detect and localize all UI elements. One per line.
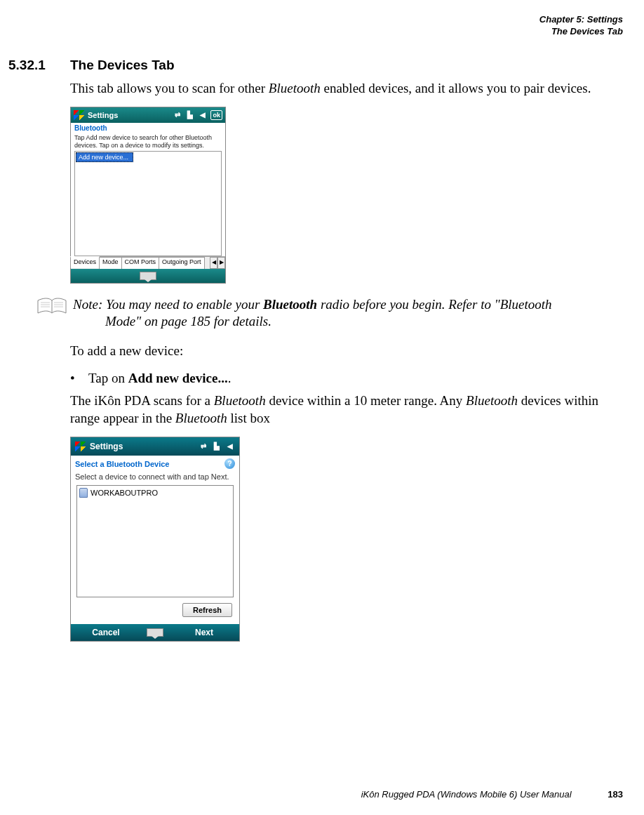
page-footer: iKôn Rugged PDA (Windows Mobile 6) User … bbox=[361, 789, 623, 800]
device-item[interactable]: WORKABOUTPRO bbox=[79, 488, 231, 498]
bullet-item: •Tap on Add new device.... bbox=[70, 369, 623, 388]
tab-devices[interactable]: Devices bbox=[70, 256, 100, 268]
page-number: 183 bbox=[608, 789, 623, 800]
scroll-right-icon[interactable]: ▶ bbox=[217, 257, 225, 269]
cancel-button[interactable]: Cancel bbox=[71, 628, 141, 637]
add-device-intro: To add a new device: bbox=[70, 343, 623, 360]
next-button[interactable]: Next bbox=[169, 628, 239, 637]
intro-paragraph: This tab allows you to scan for other Bl… bbox=[70, 80, 623, 98]
titlebar: Settings ⇄ ▙ ◀ bbox=[71, 437, 239, 456]
volume-icon[interactable]: ◀ bbox=[225, 442, 235, 451]
tabs-row: Devices Mode COM Ports Outgoing Port ◀▶ bbox=[71, 256, 225, 269]
signal-icon[interactable]: ▙ bbox=[212, 442, 222, 451]
window-title: Settings bbox=[90, 442, 123, 451]
header-section: The Devices Tab bbox=[8, 26, 623, 38]
keyboard-icon[interactable] bbox=[140, 272, 156, 280]
scan-paragraph: The iKôn PDA scans for a Bluetooth devic… bbox=[70, 392, 623, 427]
device-listbox[interactable]: Add new device... bbox=[74, 151, 222, 256]
book-icon bbox=[36, 296, 67, 319]
device-label: WORKABOUTPRO bbox=[90, 489, 158, 497]
ok-button[interactable]: ok bbox=[210, 110, 222, 120]
panel-title: Bluetooth bbox=[71, 123, 225, 133]
tab-mode[interactable]: Mode bbox=[99, 257, 122, 269]
device-icon bbox=[79, 488, 88, 498]
panel-title: Select a Bluetooth Device bbox=[75, 460, 170, 468]
bottom-bar: Cancel Next bbox=[71, 624, 239, 641]
device-listbox[interactable]: WORKABOUTPRO bbox=[76, 485, 234, 597]
volume-icon[interactable]: ◀ bbox=[198, 110, 208, 120]
signal-icon[interactable]: ▙ bbox=[185, 110, 195, 120]
footer-text: iKôn Rugged PDA (Windows Mobile 6) User … bbox=[361, 789, 572, 800]
start-flag-icon[interactable] bbox=[75, 442, 86, 451]
help-icon[interactable]: ? bbox=[224, 458, 235, 469]
add-new-device-item[interactable]: Add new device... bbox=[76, 152, 133, 162]
running-header: Chapter 5: Settings The Devices Tab bbox=[8, 14, 623, 38]
scroll-left-icon[interactable]: ◀ bbox=[210, 257, 217, 269]
note-text: Note: You may need to enable your Blueto… bbox=[73, 296, 623, 330]
connectivity-icon[interactable]: ⇄ bbox=[173, 110, 182, 120]
section-number: 5.32.1 bbox=[8, 58, 70, 73]
keyboard-icon[interactable] bbox=[147, 628, 163, 637]
header-chapter: Chapter 5: Settings bbox=[8, 14, 623, 26]
start-flag-icon[interactable] bbox=[74, 110, 85, 120]
connectivity-icon[interactable]: ⇄ bbox=[199, 442, 208, 451]
bottom-bar bbox=[71, 269, 225, 283]
bullet-marker: • bbox=[70, 369, 88, 388]
tab-scroll[interactable]: ◀▶ bbox=[210, 257, 225, 269]
screenshot-select-device: Settings ⇄ ▙ ◀ Select a Bluetooth Device… bbox=[70, 437, 240, 642]
instruction-text: Select a device to connect with and tap … bbox=[71, 472, 239, 485]
tab-outgoing-port[interactable]: Outgoing Port bbox=[159, 257, 205, 269]
titlebar: Settings ⇄ ▙ ◀ ok bbox=[71, 107, 225, 123]
tab-com-ports[interactable]: COM Ports bbox=[121, 257, 160, 269]
section-title: The Devices Tab bbox=[70, 58, 175, 73]
screenshot-bluetooth-devices: Settings ⇄ ▙ ◀ ok Bluetooth Tap Add new … bbox=[70, 107, 226, 284]
section-heading: 5.32.1 The Devices Tab bbox=[8, 58, 623, 73]
refresh-button[interactable]: Refresh bbox=[182, 603, 232, 617]
panel-title-row: Select a Bluetooth Device ? bbox=[71, 456, 239, 472]
window-title: Settings bbox=[88, 111, 118, 119]
instruction-text: Tap Add new device to search for other B… bbox=[71, 133, 225, 151]
note-block: Note: You may need to enable your Blueto… bbox=[36, 296, 623, 330]
